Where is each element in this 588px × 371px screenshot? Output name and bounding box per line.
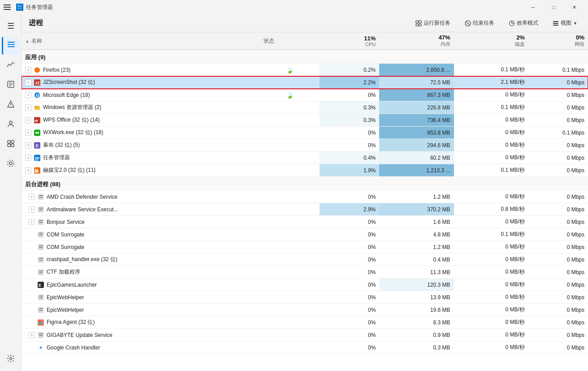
process-net: 0 Mbps [528,279,588,291]
expand-button[interactable]: › [25,79,31,86]
expand-button[interactable]: › [25,67,31,73]
sidebar-item-settings[interactable] [2,350,20,368]
run-new-task-button[interactable]: 运行新任务 [412,17,454,29]
process-mem: 11.3 MB [379,266,454,279]
table-row[interactable]: › W WPS Office (32 位) (14) 0.3% 736.4 MB… [22,114,588,127]
end-task-button[interactable]: 结束任务 [461,17,498,29]
svg-line-28 [467,22,469,25]
sidebar-item-services[interactable] [2,155,20,173]
svg-rect-30 [553,21,558,22]
process-name: Bonjour Service [47,219,85,225]
table-row[interactable]: › WXWork.exe (32 位) (18) 0% 853.8 MB 0 M… [22,127,588,139]
table-row[interactable]: › Antimalware Service Execut... 2.9% 370… [22,203,588,216]
table-row[interactable]: EpicWebHelper 0% 19.6 MB 0 MB/秒 0 Mbps [22,304,588,316]
close-button[interactable]: ✕ [564,0,584,14]
table-row[interactable]: E EpicGamesLauncher 0% 120.3 MB 0 MB/秒 0… [22,279,588,291]
process-name-cell: COM Surrogate [22,228,260,241]
view-button[interactable]: 视图 ▼ [549,17,581,29]
expand-button[interactable]: › [25,155,31,161]
process-cpu: 0% [320,253,379,266]
expand-button[interactable]: › [25,142,31,148]
minimize-button[interactable]: ─ [523,0,543,14]
expand-button[interactable]: › [29,194,35,200]
expand-button[interactable]: › [29,332,35,338]
process-status [260,304,320,316]
col-disk-header[interactable]: 2% 磁盘 [454,32,528,50]
expand-button[interactable]: › [25,92,31,98]
svg-text:W: W [35,119,38,123]
table-row[interactable]: Google Crash Handler 0% 0.3 MB 0 MB/秒 0 … [22,341,588,354]
sidebar-item-startup[interactable] [2,96,20,114]
table-row[interactable]: › Windows 资源管理器 (2) 0.3% 226.8 MB 0.1 MB… [22,101,588,114]
sidebar-item-hamburger[interactable]: ☰ [2,17,20,35]
efficiency-mode-button[interactable]: 效率模式 [505,17,542,29]
process-mem: 2,850.8 ... [379,64,454,76]
col-name-header[interactable]: ▲ 名称 [22,32,260,50]
status-icon: 🍃 [286,66,294,74]
process-name: JZScreenShot (32 位) [43,79,95,86]
process-name-cell: › 幕 幕布 (32 位) (5) [22,139,260,152]
table-row[interactable]: › Bonjour Service 0% 1.6 MB 0 MB/秒 0 Mbp… [22,216,588,228]
sidebar-item-apphistory[interactable] [2,76,20,94]
process-icon: E [38,282,44,288]
expand-button[interactable]: › [25,167,31,174]
col-net-header[interactable]: 0% 网络 [528,32,588,50]
process-mem: 1.2 MB [379,241,454,253]
process-mem: 120.3 MB [379,279,454,291]
process-disk: 0 MB/秒 [454,266,528,279]
sidebar-item-details[interactable] [2,135,20,153]
expand-button[interactable]: › [29,219,35,225]
table-row[interactable]: › 融 融媒宝2.0 (32 位) (11) 1.9% 1,213.3 ... … [22,164,588,177]
hamburger-icon: ☰ [7,21,14,31]
efficiency-icon [509,20,515,26]
view-chevron-icon: ▼ [573,21,577,26]
process-table-container[interactable]: ▲ 名称 状态 11% CPU 47% 内 [22,32,588,371]
table-row[interactable]: COM Surrogate 0% 1.2 MB 0 MB/秒 0 Mbps [22,241,588,253]
process-cpu: 0% [320,291,379,304]
svg-rect-85 [39,297,43,298]
process-net: 0 Mbps [528,266,588,279]
hamburger-menu[interactable] [4,3,13,12]
svg-rect-70 [39,245,43,246]
table-row[interactable]: › 任务管理器 0.4% 60.2 MB 0 MB/秒 0 Mbps [22,152,588,164]
process-name-cell: › Microsoft Edge (18) [22,89,260,101]
svg-point-20 [9,162,12,165]
table-row[interactable]: EpicWebHelper 0% 13.9 MB 0 MB/秒 0 Mbps [22,291,588,304]
table-row[interactable]: › Microsoft Edge (18) 🍃 0% 867.3 MB 0 MB… [22,89,588,101]
sidebar-item-users[interactable] [2,116,20,134]
process-cpu: 0.2% [320,64,379,76]
sidebar-item-processes[interactable] [2,37,20,55]
process-cpu: 0% [320,241,379,253]
table-row[interactable]: › GIGABYTE Update Service 0% 0.9 MB 0 MB… [22,329,588,341]
process-net: 0 Mbps [528,139,588,152]
table-row[interactable]: › AMD Crash Defender Service 0% 1.2 MB 0… [22,191,588,203]
table-row[interactable]: CTF 加载程序 0% 11.3 MB 0 MB/秒 0 Mbps [22,266,588,279]
table-row[interactable]: crashpad_handler.exe (32 位) 0% 0.4 MB 0 … [22,253,588,266]
table-row[interactable]: › Firefox (23) 🍃 0.2% 2,850.8 ... 0.1 MB… [22,64,588,76]
process-mem: 0.3 MB [379,341,454,354]
col-status-header[interactable]: 状态 [260,32,320,50]
table-row[interactable]: › 幕 幕布 (32 位) (5) 0% 294.6 MB 0 MB/秒 0 M… [22,139,588,152]
process-disk: 0 MB/秒 [454,241,528,253]
expand-button[interactable]: › [25,130,31,136]
sidebar-item-performance[interactable] [2,57,20,74]
svg-rect-18 [8,144,10,147]
maximize-button[interactable]: □ [543,0,564,14]
process-status [260,164,320,177]
expand-button[interactable]: › [29,206,35,213]
expand-button[interactable]: › [25,117,31,123]
expand-button[interactable]: › [25,105,31,111]
process-name-cell: CTF 加载程序 [22,266,260,279]
table-row[interactable]: Figma Agent (32 位) 0% 8.3 MB 0 MB/秒 0 Mb… [22,316,588,329]
process-icon [38,219,44,225]
col-cpu-header[interactable]: 11% CPU [320,32,379,50]
table-header[interactable]: ▲ 名称 状态 11% CPU 47% 内 [22,32,588,50]
col-mem-header[interactable]: 47% 内存 [379,32,454,50]
process-name: Windows 资源管理器 (2) [43,104,101,111]
svg-rect-26 [419,24,421,26]
svg-rect-66 [39,233,43,234]
titlebar: 任务管理器 ─ □ ✕ [0,0,588,14]
table-row[interactable]: COM Surrogate 0% 4.8 MB 0.1 MB/秒 0 Mbps [22,228,588,241]
svg-text:E: E [39,283,41,288]
table-row[interactable]: › JZ JZScreenShot (32 位) 2.2% 72.5 MB 2.… [22,76,588,89]
